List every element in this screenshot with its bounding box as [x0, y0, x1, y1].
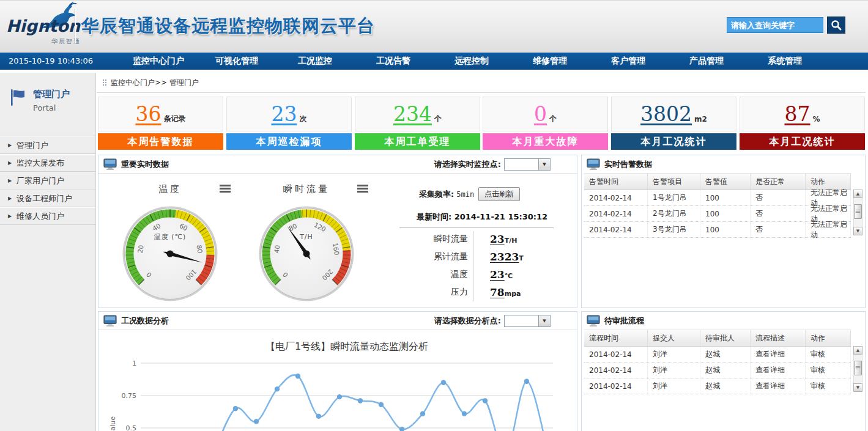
table-cell[interactable]: 查看详细: [751, 363, 806, 378]
sidebar-item[interactable]: ▶设备工程师门户: [0, 190, 95, 207]
stat-card[interactable]: 23次本周巡检漏项: [226, 97, 352, 151]
approval-table: 流程时间提交人待审批人流程描述动作2014-02-14刘洋赵城查看详细审核201…: [584, 330, 851, 394]
monitor-icon: [587, 158, 600, 170]
nav-item[interactable]: 系统管理: [746, 56, 824, 67]
scroll-thumb[interactable]: [854, 361, 862, 375]
nav-item[interactable]: 维修管理: [511, 56, 589, 67]
nav-item[interactable]: 客户管理: [589, 56, 667, 67]
analysis-point-label: 请选择数据分析点:: [434, 315, 501, 326]
nav-item[interactable]: 远程控制: [432, 56, 511, 67]
column-header: 告警值: [700, 174, 751, 190]
table-row[interactable]: 2014-02-143号龙门吊100否无法正常启动: [584, 222, 851, 238]
stat-card[interactable]: 87%本月工况统计: [740, 97, 865, 151]
table-cell: 否: [751, 190, 806, 205]
table-row[interactable]: 2014-02-14刘洋赵城查看详细审核: [584, 378, 851, 394]
table-cell[interactable]: 审核: [806, 347, 851, 362]
panel-header: 重要实时数据 请选择实时监控点: ▼: [98, 155, 577, 174]
gauge-menu-icon[interactable]: [220, 185, 231, 194]
page: Hignton 华辰智通 华辰智通设备远程监控物联网云平台 2015-10-19…: [0, 0, 868, 431]
table-cell[interactable]: 审核: [806, 378, 851, 394]
table-cell: 否: [751, 206, 806, 221]
monitor-point-select[interactable]: ▼: [504, 158, 551, 171]
stat-value: 0: [534, 102, 547, 126]
scroll-thumb[interactable]: [854, 204, 862, 219]
sidebar-item[interactable]: ▶厂家用户门户: [0, 172, 95, 190]
realtime-value: 78: [490, 286, 505, 298]
svg-text:40: 40: [273, 245, 281, 254]
nav-item[interactable]: 产品管理: [667, 56, 746, 67]
nav-item[interactable]: 可视化管理: [198, 56, 276, 67]
table-row[interactable]: 2014-02-14刘洋赵城查看详细审核: [584, 347, 851, 363]
arrow-right-icon: ▶: [8, 172, 12, 189]
monitor-icon: [587, 315, 600, 326]
scrollbar[interactable]: ▲▼: [853, 346, 862, 392]
analysis-point-select[interactable]: ▼: [504, 315, 551, 327]
app-header: Hignton 华辰智通 华辰智通设备远程监控物联网云平台: [0, 1, 868, 53]
flag-icon: [10, 89, 26, 107]
svg-text:0.75: 0.75: [122, 392, 137, 400]
refresh-button[interactable]: 点击刷新: [478, 187, 520, 201]
table-cell[interactable]: 审核: [806, 363, 851, 378]
realtime-value: 2323: [490, 251, 519, 263]
search-input[interactable]: [727, 17, 823, 33]
stat-card[interactable]: 0个本月重大故障: [483, 97, 608, 151]
column-header: 流程描述: [751, 330, 806, 346]
realtime-value: 23: [490, 268, 505, 281]
breadcrumb[interactable]: 监控中心门户>> 管理门户: [97, 73, 866, 93]
realtime-value-row: 累计流量2323T: [399, 248, 554, 265]
table-cell: 刘洋: [648, 347, 700, 362]
column-header: 动作: [806, 330, 851, 346]
scroll-down-icon[interactable]: ▼: [853, 227, 862, 235]
arrow-right-icon: ▶: [8, 155, 12, 171]
nav-item[interactable]: 监控中心门户: [119, 56, 198, 67]
divider: [399, 227, 554, 227]
table-cell: 刘洋: [648, 378, 700, 394]
temperature-gauge: 020406080100温度 (℃): [121, 205, 219, 303]
column-header: 是否正常: [751, 174, 806, 190]
table-cell[interactable]: 查看详细: [751, 347, 806, 362]
table-cell: 无法正常启动: [806, 222, 851, 237]
svg-text:【电厂1号线】瞬时流量动态监测分析: 【电厂1号线】瞬时流量动态监测分析: [265, 341, 428, 352]
panel-title: 工况数据分析: [121, 315, 169, 326]
search-button[interactable]: [827, 17, 845, 34]
gauge-menu-icon[interactable]: [357, 185, 368, 194]
panel-realtime-data: 重要实时数据 请选择实时监控点: ▼ 温度 瞬时流量 020406080100温…: [98, 155, 577, 308]
arrow-right-icon: ▶: [8, 208, 12, 224]
monitor-icon: [103, 158, 117, 170]
nav-item[interactable]: 工况监控: [276, 56, 354, 67]
stats-row: 36条记录本周告警数据23次本周巡检漏项234个本周工单受理0个本月重大故障38…: [98, 97, 866, 151]
svg-text:1: 1: [132, 359, 136, 367]
svg-text:value: value: [109, 416, 117, 431]
sidebar-item[interactable]: ▶监控大屏发布: [0, 154, 95, 172]
table-cell: 100: [700, 206, 751, 221]
nav-item[interactable]: 工况告警: [354, 56, 432, 67]
table-cell[interactable]: 查看详细: [751, 378, 806, 394]
flow-gauge: 04080120160200T/H: [258, 205, 355, 303]
sidebar-item[interactable]: ▶管理门户: [0, 136, 95, 154]
table-cell: 3号龙门吊: [648, 222, 700, 237]
stat-label: 本周巡检漏项: [226, 133, 352, 150]
stat-card[interactable]: 234个本周工单受理: [355, 97, 480, 151]
search-icon: [830, 19, 842, 31]
stat-value: 23: [272, 102, 297, 126]
site-title: 华辰智通设备远程监控物联网云平台: [81, 14, 375, 39]
sidebar-item[interactable]: ▶维修人员门户: [0, 207, 95, 225]
monitor-point-label: 请选择实时监控点:: [434, 159, 501, 170]
stat-unit: 次: [300, 114, 307, 124]
scroll-up-icon[interactable]: ▲: [853, 190, 862, 198]
stat-card[interactable]: 36条记录本周告警数据: [98, 97, 223, 151]
table-cell: 1号龙门吊: [648, 190, 700, 205]
stat-card[interactable]: 3802m2本月工况统计: [611, 97, 736, 151]
panel-header: 工况数据分析 请选择数据分析点: ▼: [98, 312, 577, 330]
scroll-up-icon[interactable]: ▲: [853, 346, 862, 355]
stat-value: 3802: [640, 102, 692, 126]
stat-label: 本月工况统计: [611, 133, 736, 150]
scrollbar[interactable]: ▲▼: [853, 190, 862, 235]
table-row[interactable]: 2014-02-14刘洋赵城查看详细审核: [584, 363, 851, 378]
monitor-icon: [103, 315, 117, 326]
gauge-title-temperature: 温度: [133, 183, 207, 195]
table-cell: 2014-02-14: [584, 378, 648, 394]
column-header: 告警时间: [584, 174, 648, 190]
scroll-down-icon[interactable]: ▼: [853, 383, 862, 392]
panel-title: 实时告警数据: [604, 159, 652, 170]
